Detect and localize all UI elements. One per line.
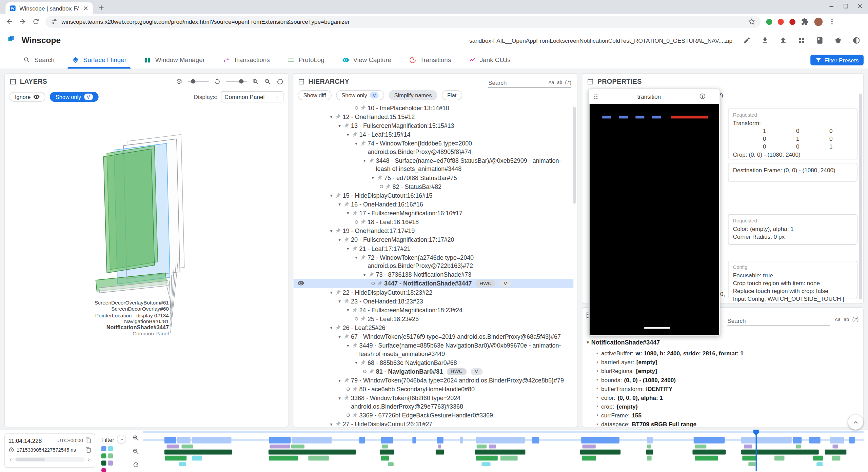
nav-tab-view-capture[interactable]: View Capture [333,51,400,68]
tree-node[interactable]: ▾74 - WindowToken{fdddbe6 type=2000 andr… [293,139,573,156]
property-row[interactable]: •crop:{empty} [593,402,860,411]
timeline-segment[interactable] [270,445,290,448]
timeline-segment[interactable] [825,450,846,455]
timeline-segment[interactable] [748,462,755,466]
nav-tab-transactions[interactable]: Transactions [214,51,279,68]
overlay-titlebar[interactable]: transition [589,89,719,103]
pin-icon[interactable] [350,341,359,350]
nav-tab-surface-flinger[interactable]: Surface Flinger [63,51,135,68]
3d-view-icon[interactable] [176,78,183,85]
nav-tab-jank-cujs[interactable]: Jank CUJs [460,51,519,68]
timeline-segment[interactable] [380,450,395,455]
property-row[interactable]: •bounds:(0, 0) - (1080, 2400) [593,375,860,384]
pin-icon[interactable] [359,253,367,262]
timeline-segment[interactable] [793,437,802,444]
tree-node[interactable]: ▾16 - OneHanded:16:16#16 [293,200,573,209]
timeline-segment[interactable] [381,437,393,444]
timeline-segment[interactable] [412,437,416,444]
tree-node[interactable]: 3447 - NotificationShade#3447HWCV [293,279,573,288]
trace-type-icon[interactable] [108,446,113,451]
timeline-segment[interactable] [435,450,444,455]
docs-icon[interactable] [816,36,824,44]
tree-node[interactable]: 80 - ace6abb SecondaryHomeHandle0#80 [293,385,573,394]
tree-node[interactable]: 3369 - 67726bf EdgeBackGestureHandler0#3… [293,411,573,419]
extension-icon[interactable] [778,19,784,25]
tree-node[interactable]: ▾3448 - Surface(name=ed70f88 StatusBar)/… [293,156,573,173]
tree-node[interactable]: ▾67 - WindowToken{e5176f9 type=2019 andr… [293,332,573,341]
property-row[interactable]: •activeBuffer:w: 1080, h: 2400, stride: … [593,349,860,358]
maximize-icon[interactable] [843,3,849,9]
nav-tab-transitions[interactable]: Transitions [400,51,460,68]
address-bar[interactable]: winscope.teams.x20web.corp.google.com/pr… [45,16,761,27]
tree-node[interactable]: ▾3368 - WindowToken{f6b2f60 type=2024 an… [293,394,573,411]
timeline-segment[interactable] [500,456,518,461]
timeline-segment[interactable] [192,456,202,461]
timeline-segment[interactable] [388,462,394,466]
properties-scrollbar[interactable] [859,94,862,299]
zoom-out-icon[interactable] [132,448,139,455]
timeline-segment[interactable] [164,450,232,455]
timeline-segment[interactable] [476,445,487,448]
timeline-segment[interactable] [693,437,724,444]
trace-type-icon[interactable] [101,460,106,466]
tree-node[interactable]: ▾72 - WindowToken{a2746de type=2040 andr… [293,253,573,270]
pin-icon[interactable] [350,209,359,217]
timeline-segment[interactable] [580,450,621,455]
trace-type-icon[interactable] [108,453,113,458]
timeline-segment[interactable] [796,445,801,448]
timeline-segment[interactable] [743,456,757,461]
filter-chip-simplify-names[interactable]: Simplify names [389,90,437,100]
reset-zoom-icon[interactable] [132,461,139,468]
spacing-slider[interactable] [188,81,209,82]
edit-icon[interactable] [743,36,751,44]
show-only-chip[interactable]: Show only V [50,92,98,102]
timeline-segment[interactable] [647,445,651,448]
layer-label[interactable]: ScreenDecorOverlay#60 [5,306,169,312]
timeline-segment[interactable] [476,456,497,461]
match-case-icon[interactable]: Aa [549,80,554,85]
pin-icon[interactable] [334,227,342,235]
timeline-segment[interactable] [646,450,653,455]
layers-3d-view[interactable]: ScreenDecorOverlayBottom#61ScreenDecorOv… [5,105,289,428]
apps-grid-icon[interactable] [798,36,806,44]
property-row[interactable]: •color:(0, 0, 0), alpha: 1 [593,393,860,402]
pin-icon[interactable] [334,191,342,200]
timeline-segment[interactable] [582,456,596,461]
timeline-segment[interactable] [695,456,718,461]
timeline-segment[interactable] [164,437,176,444]
zoom-in-icon[interactable] [252,78,259,85]
scroll-to-top-button[interactable] [848,415,863,430]
match-case-icon[interactable]: Aa [835,317,841,322]
timeline-segment[interactable] [774,456,784,461]
drag-handle-icon[interactable] [593,93,599,99]
timeline-segment[interactable] [476,437,525,444]
property-row[interactable]: •currFrame:155 [593,411,860,419]
timeline-segment[interactable] [813,456,823,461]
hierarchy-search-input[interactable]: Search Aa ab (.*) [488,78,571,88]
profile-avatar[interactable] [814,17,823,25]
tree-node[interactable]: 25 - Leaf:18:23#25 [293,314,573,323]
bookmark-star-icon[interactable] [748,18,755,25]
timeline-segment[interactable] [583,445,595,448]
layer-label[interactable]: ScreenDecorOverlayBottom#61 [5,299,169,306]
minimize-overlay-icon[interactable] [709,93,716,100]
timeline-segment[interactable] [741,450,819,455]
property-row[interactable]: •blurRegions:[empty] [593,367,860,375]
pin-icon[interactable] [350,385,359,393]
dark-mode-icon[interactable] [852,36,860,44]
tree-node[interactable]: 82 - StatusBar#82 [293,182,573,191]
pin-icon[interactable] [383,182,392,191]
pin-icon[interactable] [342,235,351,244]
timeline-segment[interactable] [291,445,304,448]
timeline-segment[interactable] [438,445,441,448]
timeline-segment[interactable] [309,456,329,461]
timeline-segment[interactable] [817,462,823,466]
tree-node[interactable]: ▾21 - Leaf:17:17#21 [293,244,573,253]
timeline-segment[interactable] [849,437,855,444]
ignore-chip[interactable]: Ignore [9,92,46,102]
property-root-node[interactable]: ▾ NotificationShade#3447 [587,339,660,346]
nav-tab-protolog[interactable]: ProtoLog [279,51,333,68]
tree-node[interactable]: ▾15 - HideDisplayCutout:16:16#15 [293,191,573,200]
pin-icon[interactable] [334,113,342,121]
pin-icon[interactable] [367,367,375,376]
